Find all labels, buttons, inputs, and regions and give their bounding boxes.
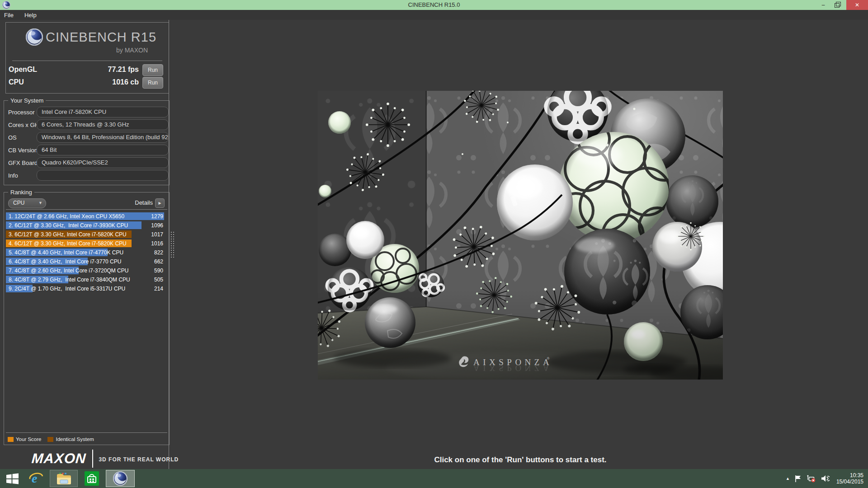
render-preview-image: AIXSPONZA ® AIXSPONZA (318, 91, 723, 380)
clock-date: 15/04/2015 (836, 479, 863, 485)
ranking-panel: Ranking CPU ▼ Details ▶ 1. 12C/24T @ 2.6… (4, 192, 170, 445)
system-field-value[interactable]: Windows 8, 64 Bit, Professional Edition … (37, 132, 169, 143)
chevron-down-icon: ▼ (38, 199, 42, 207)
menu-help[interactable]: Help (19, 12, 42, 19)
internet-explorer-button[interactable]: e (26, 470, 46, 487)
vignette (318, 289, 723, 380)
ranking-row[interactable]: 7. 4C/8T @ 2.60 GHz, Intel Core i7-3720Q… (6, 267, 166, 274)
windows-start-icon (6, 473, 19, 484)
system-field-value[interactable]: Intel Core i7-5820K CPU (37, 107, 169, 117)
system-field-label: Processor (8, 109, 35, 116)
cinebench-taskbar-button[interactable] (106, 470, 135, 487)
identical-system-swatch (47, 437, 53, 442)
ranking-legend: Your Score Identical System (8, 436, 100, 442)
clock-time: 10:35 (836, 472, 863, 479)
ranking-row-label: 4. 6C/12T @ 3.30 GHz, Intel Core i7-5820… (9, 240, 127, 247)
desktop: CINEBENCH R15.0 – ✕ File Help CINEBENCH … (0, 0, 868, 488)
ranking-row-score: 1279 (151, 213, 163, 220)
opengl-run-button[interactable]: Run (142, 64, 163, 76)
opengl-score: 77.21 fps (108, 66, 139, 74)
title-bar: CINEBENCH R15.0 – ✕ (0, 0, 868, 10)
network-error-icon[interactable] (807, 474, 816, 483)
ranking-row[interactable]: 8. 4C/8T @ 2.79 GHz, Intel Core i7-3840Q… (6, 276, 166, 283)
system-field-row: Info (4, 170, 169, 181)
identical-system-label: Identical System (56, 436, 94, 442)
ranking-row-score: 662 (154, 258, 163, 265)
system-field-value[interactable]: Quadro K620/PCIe/SSE2 (37, 157, 169, 168)
ranking-row[interactable]: 5. 4C/8T @ 4.40 GHz, Intel Core i7-4770K… (6, 249, 166, 256)
your-score-swatch (8, 437, 14, 442)
ranking-row[interactable]: 6. 4C/8T @ 3.40 GHz, Intel Core i7-3770 … (6, 258, 166, 265)
sphere-green-small-top-left (328, 111, 351, 134)
ranking-row-score: 505 (154, 277, 163, 283)
minimize-button[interactable]: – (817, 0, 829, 10)
system-field-row: OSWindows 8, 64 Bit, Professional Editio… (4, 132, 169, 143)
ranking-filter-dropdown[interactable]: CPU ▼ (8, 198, 46, 208)
system-field-row: CB Version64 Bit (4, 145, 169, 155)
menu-file[interactable]: File (0, 12, 19, 19)
ranking-row[interactable]: 9. 2C/4T @ 1.70 GHz, Intel Core i5-3317U… (6, 285, 166, 292)
start-button[interactable] (3, 470, 22, 487)
taskbar: e ▲ (0, 469, 868, 488)
chevron-right-icon: ▶ (158, 201, 161, 205)
ranking-row[interactable]: 3. 6C/12T @ 3.30 GHz, Intel Core i7-5820… (6, 230, 166, 238)
ranking-rows: 1. 12C/24T @ 2.66 GHz, Intel Xeon CPU X5… (6, 212, 166, 294)
system-field-label: CB Version (8, 147, 38, 154)
internet-explorer-icon: e (28, 471, 44, 486)
system-field-label: GFX Board (8, 160, 38, 166)
ranking-row-label: 8. 4C/8T @ 2.79 GHz, Intel Core i7-3840Q… (9, 277, 130, 283)
system-field-label: OS (8, 134, 17, 141)
ranking-row[interactable]: 1. 12C/24T @ 2.66 GHz, Intel Xeon CPU X5… (6, 212, 166, 220)
panel-splitter[interactable] (169, 20, 169, 469)
ranking-row-score: 214 (154, 286, 163, 292)
ranking-row-score: 1016 (151, 240, 163, 247)
file-explorer-button[interactable] (50, 470, 78, 487)
volume-icon[interactable] (821, 475, 830, 482)
divider (12, 61, 162, 61)
divider (6, 209, 167, 210)
windows-store-icon (85, 471, 99, 486)
ranking-row-label: 6. 4C/8T @ 3.40 GHz, Intel Core i7-3770 … (9, 258, 121, 265)
opengl-row: OpenGL 77.21 fps Run (9, 64, 165, 76)
maxon-tagline: 3D FOR THE REAL WORLD (99, 456, 179, 463)
cpu-score: 1016 cb (112, 78, 139, 86)
taskbar-clock[interactable]: 10:35 15/04/2015 (836, 472, 865, 485)
cpu-label: CPU (9, 78, 24, 86)
restore-button[interactable] (831, 0, 843, 10)
logo-panel: CINEBENCH R15 by MAXON OpenGL 77.21 fps … (5, 22, 169, 94)
action-center-flag-icon[interactable] (795, 475, 802, 483)
ranking-row-score: 1096 (151, 222, 163, 229)
system-field-value[interactable]: 6 Cores, 12 Threads @ 3.30 GHz (37, 119, 169, 130)
ranking-row-label: 2. 6C/12T @ 3.30 GHz, Intel Core i7-3930… (9, 222, 128, 229)
ranking-row-label: 9. 2C/4T @ 1.70 GHz, Intel Core i5-3317U… (9, 286, 125, 292)
app-logo-subtitle: by MAXON (116, 47, 148, 54)
system-field-row: ProcessorIntel Core i7-5820K CPU (4, 107, 169, 117)
sphere-dark-right (666, 175, 718, 228)
windows-store-button[interactable] (81, 470, 102, 487)
render-scene: AIXSPONZA ® AIXSPONZA (318, 91, 723, 380)
hidden-icons-arrow[interactable]: ▲ (786, 476, 790, 481)
ranking-row-label: 1. 12C/24T @ 2.66 GHz, Intel Xeon CPU X5… (9, 213, 124, 220)
window-title: CINEBENCH R15.0 (0, 1, 868, 8)
cpu-run-button[interactable]: Run (142, 77, 163, 89)
ranking-row[interactable]: 4. 6C/12T @ 3.30 GHz, Intel Core i7-5820… (6, 239, 166, 247)
cinebench-icon (113, 471, 127, 486)
sphere-white-glossy-large (497, 164, 573, 240)
details-expand-button[interactable]: ▶ (155, 198, 165, 208)
system-field-value[interactable] (37, 170, 169, 181)
ranking-row[interactable]: 2. 6C/12T @ 3.30 GHz, Intel Core i7-3930… (6, 221, 166, 229)
file-explorer-icon (57, 472, 71, 485)
sphere-white-glossy-left (346, 221, 384, 259)
divider (6, 432, 167, 433)
system-field-row: Cores x GHz6 Cores, 12 Threads @ 3.30 GH… (4, 119, 169, 130)
system-field-value[interactable]: 64 Bit (37, 145, 169, 155)
ranking-row-label: 7. 4C/8T @ 2.60 GHz, Intel Core i7-3720Q… (9, 267, 128, 274)
ranking-title: Ranking (8, 189, 34, 196)
opengl-label: OpenGL (9, 66, 37, 74)
maxon-footer: MAXON 3D FOR THE REAL WORLD (32, 449, 179, 469)
app-logo-title: CINEBENCH R15 (46, 30, 156, 45)
splitter-grip-handle[interactable] (170, 231, 175, 258)
your-system-title: Your System (8, 97, 46, 104)
status-message: Click on one of the 'Run' buttons to sta… (318, 455, 723, 465)
close-button[interactable]: ✕ (846, 0, 868, 10)
